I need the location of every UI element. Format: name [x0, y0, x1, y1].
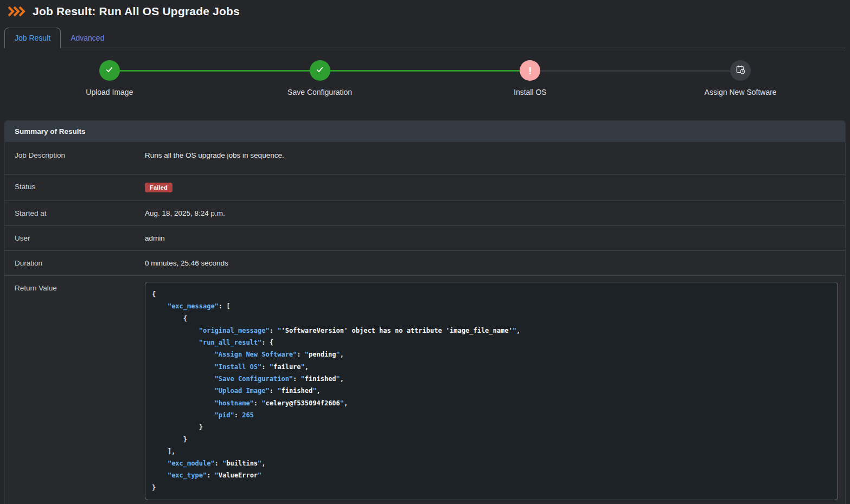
- row-return-value: Return Value { "exc_message": [ { "origi…: [5, 275, 845, 504]
- step-success-circle: [99, 60, 120, 81]
- step-assign-new-software: Assign New Software: [635, 60, 846, 96]
- step-failed-circle: !: [520, 60, 540, 81]
- row-label: Started at: [5, 201, 145, 225]
- check-icon: [105, 65, 114, 76]
- step-save-configuration: Save Configuration: [215, 60, 425, 96]
- row-started-at: Started at Aug. 18, 2025, 8:24 p.m.: [5, 201, 845, 225]
- row-user: User admin: [5, 225, 845, 250]
- row-value: 0 minutes, 25.46 seconds: [145, 251, 845, 275]
- row-value: Aug. 18, 2025, 8:24 p.m.: [145, 201, 845, 225]
- row-job-description: Job Description Runs all the OS upgrade …: [5, 142, 845, 174]
- triple-chevron-icon: [8, 6, 25, 17]
- row-value: { "exc_message": [ { "original_message":…: [145, 276, 845, 504]
- step-label: Install OS: [514, 88, 547, 96]
- step-pending-circle: [730, 60, 751, 81]
- row-label: Return Value: [5, 276, 145, 504]
- summary-panel-header: Summary of Results: [5, 121, 845, 142]
- calendar-clock-icon: [736, 64, 746, 77]
- check-icon: [315, 65, 324, 76]
- tab-advanced[interactable]: Advanced: [61, 28, 114, 48]
- tab-job-result[interactable]: Job Result: [4, 28, 61, 48]
- step-upload-image: Upload Image: [4, 60, 215, 96]
- row-value: Failed: [145, 175, 845, 201]
- row-label: Job Description: [5, 142, 145, 174]
- tab-bar: Job Result Advanced: [4, 27, 846, 48]
- step-label: Upload Image: [86, 88, 133, 96]
- step-success-circle: [310, 60, 330, 81]
- row-label: Duration: [5, 251, 145, 275]
- step-label: Save Configuration: [287, 88, 352, 96]
- step-label: Assign New Software: [705, 88, 777, 96]
- row-label: Status: [5, 175, 145, 201]
- row-value: admin: [145, 226, 845, 250]
- return-value-code: { "exc_message": [ { "original_message":…: [145, 282, 838, 500]
- row-status: Status Failed: [5, 174, 845, 201]
- page-title: Job Result: Run All OS Upgrade Jobs: [33, 5, 240, 18]
- step-install-os: ! Install OS: [425, 60, 636, 96]
- row-value: Runs all the OS upgrade jobs in sequence…: [145, 142, 845, 174]
- exclamation-icon: !: [528, 66, 532, 76]
- job-stepper: Upload Image Save Configuration ! Instal…: [4, 60, 846, 110]
- summary-panel: Summary of Results Job Description Runs …: [4, 120, 846, 504]
- status-badge: Failed: [145, 183, 172, 192]
- row-duration: Duration 0 minutes, 25.46 seconds: [5, 250, 845, 275]
- page-header: Job Result: Run All OS Upgrade Jobs: [0, 0, 850, 20]
- row-label: User: [5, 226, 145, 250]
